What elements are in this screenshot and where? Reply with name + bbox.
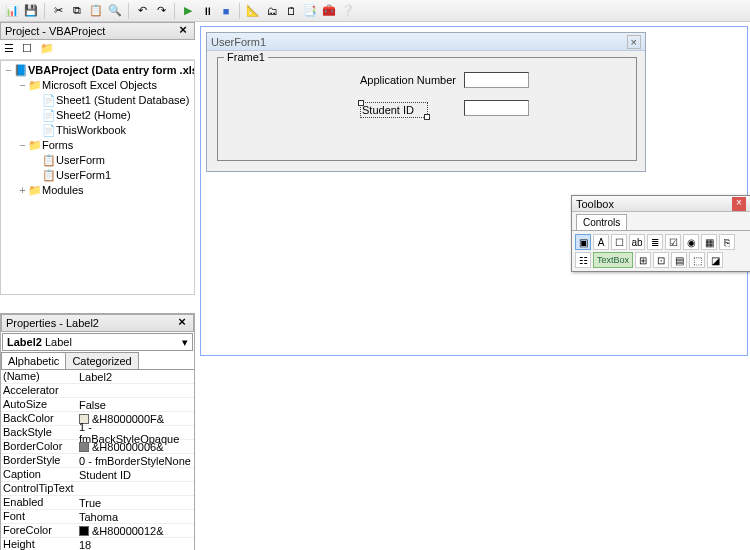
tool-item[interactable]: ◉ xyxy=(683,234,699,250)
property-row[interactable]: EnabledTrue xyxy=(1,496,194,510)
folder-icon[interactable]: 📁 xyxy=(40,42,56,58)
label-application-number[interactable]: Application Number xyxy=(360,74,460,86)
property-value[interactable]: &H80000012& xyxy=(79,524,194,537)
sheet-item[interactable]: Sheet1 (Student Database) xyxy=(56,94,189,106)
properties-object-combo[interactable]: Label2 Label ▾ xyxy=(2,333,193,351)
forms-folder[interactable]: Forms xyxy=(42,139,73,151)
tool-item[interactable]: ☐ xyxy=(611,234,627,250)
toolbar-browser-icon[interactable]: 📑 xyxy=(302,3,318,19)
toolbar-excel-icon[interactable]: 📊 xyxy=(4,3,20,19)
property-row[interactable]: FontTahoma xyxy=(1,510,194,524)
tool-item[interactable]: ☷ xyxy=(575,252,591,268)
toolbar-toolbox-icon[interactable]: 🧰 xyxy=(321,3,337,19)
toolbox-tab-controls[interactable]: Controls xyxy=(576,214,627,230)
property-value[interactable] xyxy=(79,384,194,397)
tool-textbox[interactable]: TextBox xyxy=(593,252,633,268)
tool-item[interactable]: ≣ xyxy=(647,234,663,250)
tool-item[interactable]: ⊡ xyxy=(653,252,669,268)
property-row[interactable]: Accelerator xyxy=(1,384,194,398)
tool-item[interactable]: ▤ xyxy=(671,252,687,268)
property-value[interactable]: Label2 xyxy=(79,370,194,383)
toolbox-header: Toolbox × xyxy=(572,196,750,212)
property-row[interactable]: (Name)Label2 xyxy=(1,370,194,384)
property-name: Accelerator xyxy=(1,384,79,397)
property-row[interactable]: ControlTipText xyxy=(1,482,194,496)
toolbox-close-icon[interactable]: × xyxy=(732,197,746,211)
toolbar-paste-icon[interactable]: 📋 xyxy=(88,3,104,19)
property-name: BackStyle xyxy=(1,426,79,439)
property-name: ControlTipText xyxy=(1,482,79,495)
property-name: ForeColor xyxy=(1,524,79,537)
view-code-icon[interactable]: ☰ xyxy=(4,42,20,58)
main-toolbar: 📊 💾 ✂ ⧉ 📋 🔍 ↶ ↷ ▶ ⏸ ■ 📐 🗂 🗒 📑 🧰 ❔ xyxy=(0,0,750,22)
textbox-application-number[interactable] xyxy=(464,72,529,88)
toolbox-window[interactable]: Toolbox × Controls ▣A☐ab≣☑◉▦⎘☷TextBox⊞⊡▤… xyxy=(571,195,750,272)
toolbar-find-icon[interactable]: 🔍 xyxy=(107,3,123,19)
userform-window[interactable]: UserForm1 × Frame1 Application Number St… xyxy=(206,32,646,172)
toolbar-project-icon[interactable]: 🗂 xyxy=(264,3,280,19)
property-row[interactable]: BorderStyle0 - fmBorderStyleNone xyxy=(1,454,194,468)
view-object-icon[interactable]: ☐ xyxy=(22,42,38,58)
toolbar-save-icon[interactable]: 💾 xyxy=(23,3,39,19)
toolbar-run-icon[interactable]: ▶ xyxy=(180,3,196,19)
userform-close-icon[interactable]: × xyxy=(627,35,641,49)
tool-item[interactable]: ⬚ xyxy=(689,252,705,268)
property-row[interactable]: BorderColor&H80000006& xyxy=(1,440,194,454)
tool-item[interactable]: ▦ xyxy=(701,234,717,250)
property-value[interactable]: 1 - fmBackStyleOpaque xyxy=(79,426,194,439)
property-value[interactable]: False xyxy=(79,398,194,411)
toolbar-cut-icon[interactable]: ✂ xyxy=(50,3,66,19)
toolbar-undo-icon[interactable]: ↶ xyxy=(134,3,150,19)
toolbar-help-icon[interactable]: ❔ xyxy=(340,3,356,19)
property-row[interactable]: AutoSizeFalse xyxy=(1,398,194,412)
sheet-item[interactable]: ThisWorkbook xyxy=(56,124,126,136)
project-root[interactable]: VBAProject (Data entry form .xlsm) xyxy=(28,64,195,76)
tool-item[interactable]: ⎘ xyxy=(719,234,735,250)
property-value[interactable]: Student ID xyxy=(79,468,194,481)
properties-grid[interactable]: (Name)Label2AcceleratorAutoSizeFalseBack… xyxy=(1,370,194,550)
project-panel-header: Project - VBAProject × xyxy=(0,22,195,40)
toolbar-design-icon[interactable]: 📐 xyxy=(245,3,261,19)
form-item[interactable]: UserForm1 xyxy=(56,169,111,181)
tool-item[interactable]: ☑ xyxy=(665,234,681,250)
property-name: BorderColor xyxy=(1,440,79,453)
tool-item[interactable]: ◪ xyxy=(707,252,723,268)
property-value[interactable]: Tahoma xyxy=(79,510,194,523)
property-row[interactable]: Height18 xyxy=(1,538,194,550)
property-row[interactable]: CaptionStudent ID xyxy=(1,468,194,482)
tab-alphabetic[interactable]: Alphabetic xyxy=(1,352,66,369)
property-name: BackColor xyxy=(1,412,79,425)
tool-item[interactable]: ab xyxy=(629,234,645,250)
form-designer-canvas[interactable]: UserForm1 × Frame1 Application Number St… xyxy=(200,26,748,356)
properties-close-icon[interactable]: × xyxy=(175,316,189,330)
sheet-item[interactable]: Sheet2 (Home) xyxy=(56,109,131,121)
property-value[interactable]: 18 xyxy=(79,538,194,550)
color-swatch xyxy=(79,442,89,452)
toolbar-props-icon[interactable]: 🗒 xyxy=(283,3,299,19)
property-row[interactable]: ForeColor&H80000012& xyxy=(1,524,194,538)
tool-item[interactable]: A xyxy=(593,234,609,250)
property-row[interactable]: BackStyle1 - fmBackStyleOpaque xyxy=(1,426,194,440)
tab-categorized[interactable]: Categorized xyxy=(65,352,138,369)
toolbar-stop-icon[interactable]: ■ xyxy=(218,3,234,19)
project-tree[interactable]: −📘VBAProject (Data entry form .xlsm) −📁M… xyxy=(0,60,195,295)
property-value[interactable] xyxy=(79,482,194,495)
property-value[interactable]: &H80000006& xyxy=(79,440,194,453)
selected-object: Label2 xyxy=(7,336,42,348)
tool-item[interactable]: ▣ xyxy=(575,234,591,250)
toolbar-break-icon[interactable]: ⏸ xyxy=(199,3,215,19)
toolbar-copy-icon[interactable]: ⧉ xyxy=(69,3,85,19)
project-close-icon[interactable]: × xyxy=(176,24,190,38)
property-value[interactable]: True xyxy=(79,496,194,509)
form-item[interactable]: UserForm xyxy=(56,154,105,166)
toolbar-redo-icon[interactable]: ↷ xyxy=(153,3,169,19)
textbox-student-id[interactable] xyxy=(464,100,529,116)
tool-item[interactable]: ⊞ xyxy=(635,252,651,268)
chevron-down-icon[interactable]: ▾ xyxy=(182,336,188,349)
mso-folder[interactable]: Microsoft Excel Objects xyxy=(42,79,157,91)
frame-control[interactable]: Frame1 Application Number Student ID xyxy=(217,57,637,161)
property-value[interactable]: 0 - fmBorderStyleNone xyxy=(79,454,194,467)
label-student-id[interactable]: Student ID xyxy=(360,102,428,118)
project-panel-title: Project - VBAProject xyxy=(5,23,105,39)
modules-folder[interactable]: Modules xyxy=(42,184,84,196)
